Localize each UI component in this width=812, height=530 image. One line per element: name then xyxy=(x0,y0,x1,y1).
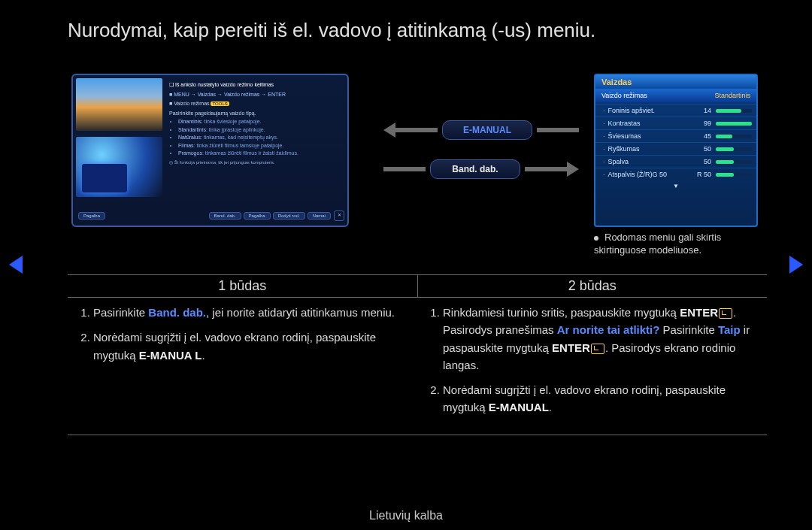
page-title: Nurodymai, kaip pereiti iš el. vadovo į … xyxy=(68,19,595,42)
list-item: Standartinis: tinka įprastoje aplinkoje. xyxy=(178,126,342,135)
osd-title: Vaizdas xyxy=(595,75,756,89)
arrow-to-menu: Band. dab. xyxy=(383,159,560,179)
osd-row[interactable]: ·Kontrastas99 xyxy=(595,117,756,129)
osd-row[interactable]: ·Atspalvis (Ž/R)G 50R 50 xyxy=(595,168,756,180)
list-item: Natūralus: tinkamas, kad neįsitemptų aky… xyxy=(178,134,342,142)
arrow-to-emanual: E-MANUAL xyxy=(383,120,560,140)
method1-step1: Pasirinkite Band. dab., jei norite atida… xyxy=(93,304,408,321)
osd-picture-menu: Vaizdas Vaizdo režimas Standartinis ·Fon… xyxy=(594,74,758,227)
trynow-button[interactable]: Band. dab. xyxy=(430,159,520,179)
osd-row[interactable]: ·Ryškumas50 xyxy=(595,142,756,155)
osd-row[interactable]: ·Foninis apšviet.14 xyxy=(595,104,756,117)
thumbnail-smarthub xyxy=(76,137,162,197)
osd-row[interactable]: ·Spalva50 xyxy=(595,155,756,168)
foot-trynow-button[interactable]: Band. dab. xyxy=(209,212,241,220)
osd-selected-row[interactable]: Vaizdo režimas Standartinis xyxy=(595,89,756,102)
foot-home-button[interactable]: Namai xyxy=(308,212,331,220)
emanual-mode-row: ■ Vaizdo režimas TOOLS xyxy=(169,100,342,108)
tv-icon xyxy=(82,164,127,192)
method-1-col: Pasirinkite Band. dab., jei norite atida… xyxy=(68,298,417,435)
emanual-text: ❑ Iš anksto nustatyto vaizdo režimo keit… xyxy=(169,81,342,166)
osd-row[interactable]: ·Šviesumas45 xyxy=(595,129,756,142)
emanual-thumbnails xyxy=(76,78,162,198)
table-header: 1 būdas 2 būdas xyxy=(68,275,767,298)
col-header-1: 1 būdas xyxy=(68,275,418,297)
method1-step2: Norėdami sugrįžti į el. vadovo ekrano ro… xyxy=(93,329,408,364)
enter-icon xyxy=(719,308,732,319)
emanual-footer: Pagalba Band. dab. Pagalba Rodyti rod. N… xyxy=(76,209,344,223)
emanual-path: ■ MENU → Vaizdas → Vaizdo režimas → ENTE… xyxy=(169,91,342,99)
methods-table: 1 būdas 2 būdas Pasirinkite Band. dab., … xyxy=(68,274,767,435)
thumbnail-landscape xyxy=(76,78,162,131)
foot-close-button[interactable]: ✕ xyxy=(334,210,344,221)
method-2-col: Rinkdamiesi turinio sritis, paspauskite … xyxy=(417,298,767,435)
table-body: Pasirinkite Band. dab., jei norite atida… xyxy=(68,298,767,435)
foot-help2-button[interactable]: Pagalba xyxy=(244,212,271,220)
enter-icon xyxy=(591,344,604,354)
method2-step1: Rinkdamiesi turinio sritis, paspauskite … xyxy=(443,304,758,374)
osd-scroll-down-icon[interactable]: ▼ xyxy=(595,182,756,190)
emanual-mode-list: Dinaminis: tinka šviesioje patalpoje. St… xyxy=(178,118,342,158)
arrow-left-icon xyxy=(383,123,395,138)
bullet-icon xyxy=(594,236,598,241)
osd-selected-label: Vaizdo režimas xyxy=(601,92,647,99)
osd-footnote: Rodomas meniu gali skirtis skirtinguose … xyxy=(594,232,767,257)
foot-show-button[interactable]: Rodyti rod. xyxy=(273,212,305,220)
page-prev-arrow[interactable] xyxy=(9,256,23,274)
emanual-button[interactable]: E-MANUAL xyxy=(442,120,532,140)
list-item: Filmas: tinka žiūrėti filmus tamsioje pa… xyxy=(178,142,342,150)
foot-help-button[interactable]: Pagalba xyxy=(78,212,105,220)
arrow-right-icon xyxy=(567,162,579,177)
list-item: Dinaminis: tinka šviesioje patalpoje. xyxy=(178,118,342,126)
emanual-mode-desc: Pasirinkite pageidaujamą vaizdo tipą. xyxy=(169,110,342,118)
emanual-note: ◎ Ši funkcija prieinama, tik jei prijung… xyxy=(169,159,342,166)
method2-step2: Norėdami sugrįžti į el. vadovo ekrano ro… xyxy=(443,381,758,416)
language-footer: Lietuvių kalba xyxy=(0,509,812,522)
col-header-2: 2 būdas xyxy=(418,275,768,297)
list-item: Pramogos: tinkamas žiūrėti filmus ir žai… xyxy=(178,150,342,158)
osd-list: ·Foninis apšviet.14 ·Kontrastas99 ·Švies… xyxy=(595,102,756,182)
page-next-arrow[interactable] xyxy=(789,256,803,274)
emanual-screenshot: ❑ Iš anksto nustatyto vaizdo režimo keit… xyxy=(71,74,349,227)
transition-arrows: E-MANUAL Band. dab. xyxy=(383,120,560,198)
emanual-header: ❑ Iš anksto nustatyto vaizdo režimo keit… xyxy=(169,81,342,89)
osd-selected-value: Standartinis xyxy=(714,92,750,99)
